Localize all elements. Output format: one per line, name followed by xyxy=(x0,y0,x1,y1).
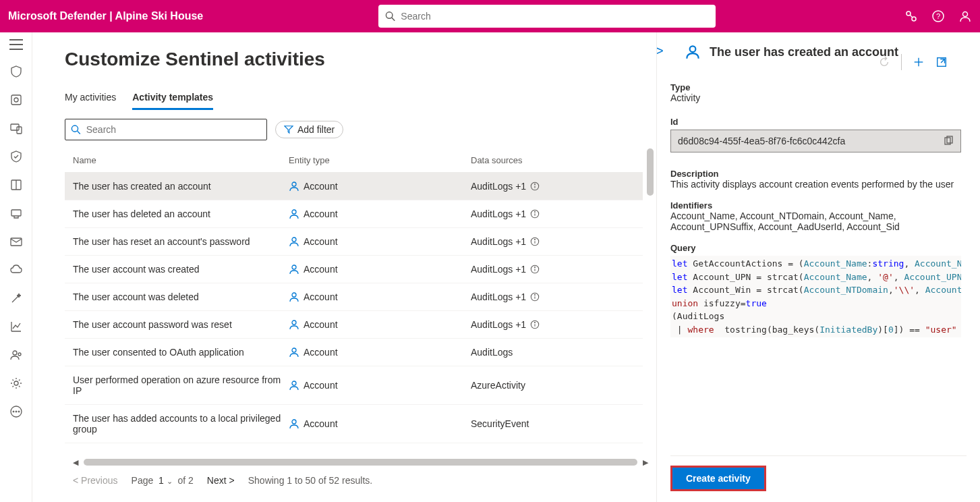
table-row[interactable]: The user has created an account Account … xyxy=(65,173,643,200)
assets-icon[interactable] xyxy=(9,93,23,107)
svg-point-36 xyxy=(534,211,535,212)
svg-line-28 xyxy=(78,131,80,134)
table-row[interactable]: The user account was created Account Aud… xyxy=(65,256,643,283)
account-icon[interactable] xyxy=(958,9,972,23)
svg-point-0 xyxy=(386,12,393,19)
community-icon[interactable] xyxy=(904,9,918,23)
type-value: Activity xyxy=(670,92,961,103)
svg-point-32 xyxy=(534,184,535,184)
info-icon[interactable] xyxy=(530,292,540,302)
devices-icon[interactable] xyxy=(9,121,23,135)
details-body: Type Activity Id d6d08c94-455f-4ea5-8f76… xyxy=(670,74,967,450)
row-entity: Account xyxy=(289,236,471,247)
horizontal-scrollbar[interactable]: ◀ ▶ xyxy=(65,458,656,466)
previous-page[interactable]: < Previous xyxy=(73,475,118,486)
svg-point-33 xyxy=(292,210,296,214)
svg-point-27 xyxy=(71,125,78,132)
app-title: Microsoft Defender | Alpine Ski House xyxy=(8,10,203,22)
account-icon xyxy=(289,181,299,192)
table-row[interactable]: The user consented to OAuth application … xyxy=(65,339,643,366)
account-icon xyxy=(289,291,299,302)
svg-point-23 xyxy=(18,411,20,412)
table-row[interactable]: The user has added accounts to a local p… xyxy=(65,405,643,443)
query-label: Query xyxy=(670,243,961,253)
vertical-scrollbar[interactable] xyxy=(647,148,654,458)
account-icon xyxy=(289,418,299,429)
info-icon[interactable] xyxy=(530,320,540,329)
users-icon[interactable] xyxy=(9,348,23,362)
identifiers-label: Identifiers xyxy=(670,200,961,211)
wand-icon[interactable] xyxy=(9,291,23,305)
row-entity: Account xyxy=(289,347,471,358)
page-chevron-icon[interactable]: ⌄ xyxy=(167,477,173,485)
add-filter-button[interactable]: Add filter xyxy=(275,121,343,138)
table-row[interactable]: The user account password was reset Acco… xyxy=(65,311,643,339)
details-title: The user has created an account xyxy=(710,45,898,59)
table-row[interactable]: The user has deleted an account Account … xyxy=(65,200,643,228)
row-entity: Account xyxy=(289,319,471,330)
table-row[interactable]: User performed operation on azure resour… xyxy=(65,366,643,405)
type-label: Type xyxy=(670,82,961,92)
row-name: The user account password was reset xyxy=(73,319,289,330)
row-sources: AuditLogs xyxy=(471,347,635,358)
settings-icon[interactable] xyxy=(9,376,23,390)
page-current[interactable]: 1 xyxy=(158,475,164,486)
info-icon[interactable] xyxy=(530,237,540,246)
row-entity: Account xyxy=(289,418,471,429)
svg-line-4 xyxy=(910,15,913,18)
info-icon[interactable] xyxy=(530,182,540,191)
help-icon[interactable]: ? xyxy=(931,9,945,23)
secure-score-icon[interactable] xyxy=(9,150,23,163)
table-row[interactable]: The user has reset an account's password… xyxy=(65,228,643,256)
svg-point-22 xyxy=(16,411,17,412)
filter-icon xyxy=(284,125,293,134)
page-of: of 2 xyxy=(178,475,194,486)
cloud-icon[interactable] xyxy=(9,263,23,277)
row-sources: AuditLogs +1 xyxy=(471,291,635,302)
query-content: let GetAccountActions = (Account_Name:st… xyxy=(670,256,961,337)
table-header: Name Entity type Data sources xyxy=(65,148,643,173)
create-activity-button[interactable]: Create activity xyxy=(670,466,766,491)
svg-point-18 xyxy=(18,353,21,356)
tab-my-activities[interactable]: My activities xyxy=(65,86,116,110)
next-page[interactable]: Next > xyxy=(207,475,235,486)
row-name: The user has created an account xyxy=(73,181,289,192)
svg-point-52 xyxy=(534,322,535,323)
svg-point-53 xyxy=(292,348,296,352)
copy-icon[interactable] xyxy=(943,136,954,146)
scroll-right-icon[interactable]: ▶ xyxy=(643,458,648,467)
row-name: User performed operation on azure resour… xyxy=(73,374,289,396)
global-search-input[interactable] xyxy=(401,11,709,22)
global-search-box[interactable] xyxy=(378,5,716,28)
table-search-input[interactable] xyxy=(86,124,261,135)
table-row[interactable]: The user account was deleted Account Aud… xyxy=(65,283,643,311)
partner-icon[interactable] xyxy=(9,206,23,220)
collapse-panel-icon[interactable]: > xyxy=(656,43,664,59)
scroll-left-icon[interactable]: ◀ xyxy=(73,458,78,467)
col-data-sources[interactable]: Data sources xyxy=(471,155,635,165)
info-icon[interactable] xyxy=(530,209,540,219)
col-name[interactable]: Name xyxy=(73,155,289,165)
tab-activity-templates[interactable]: Activity templates xyxy=(132,86,213,110)
row-sources: AuditLogs +1 xyxy=(471,236,635,247)
svg-line-1 xyxy=(392,18,395,20)
left-nav xyxy=(0,32,32,502)
email-icon[interactable] xyxy=(9,235,23,248)
id-label: Id xyxy=(670,117,961,127)
more-icon[interactable] xyxy=(9,405,23,418)
shield-icon[interactable] xyxy=(9,65,23,78)
reports-icon[interactable] xyxy=(9,320,23,333)
learning-icon[interactable] xyxy=(9,178,23,192)
info-icon[interactable] xyxy=(530,264,540,274)
menu-toggle-icon[interactable] xyxy=(9,39,23,50)
row-name: The user account was deleted xyxy=(73,291,289,302)
add-filter-label: Add filter xyxy=(297,124,335,135)
table-search[interactable] xyxy=(65,119,267,140)
svg-point-17 xyxy=(13,351,17,355)
row-name: The user has deleted an account xyxy=(73,208,289,219)
tabs: My activities Activity templates xyxy=(65,86,656,111)
col-entity-type[interactable]: Entity type xyxy=(289,155,471,165)
main-content: Customize Sentinel activities My activit… xyxy=(32,32,656,502)
search-icon xyxy=(71,124,81,135)
row-entity: Account xyxy=(289,291,471,302)
